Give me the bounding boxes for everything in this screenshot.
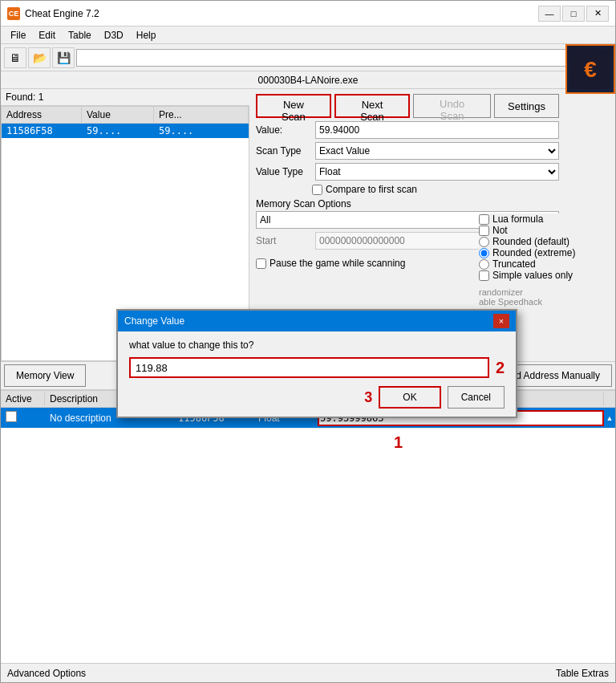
- truncated-radio[interactable]: [479, 259, 489, 270]
- close-button[interactable]: ✕: [586, 6, 609, 22]
- dialog-ok-button[interactable]: OK: [379, 386, 440, 409]
- result-row[interactable]: 11586F58 59.... 59....: [2, 124, 249, 138]
- scroll-arrow-icon: ▲: [606, 414, 614, 422]
- value-label: Value:: [256, 124, 312, 136]
- scan-type-row: Scan Type Exact Value: [256, 142, 559, 160]
- dialog-close-button[interactable]: ×: [493, 314, 509, 328]
- menu-edit[interactable]: Edit: [32, 28, 62, 43]
- pause-label: Pause the game while scanning: [270, 258, 405, 269]
- menu-table[interactable]: Table: [62, 28, 98, 43]
- dialog-buttons: 3 OK Cancel: [129, 386, 505, 409]
- menu-bar: File Edit Table D3D Help: [1, 26, 615, 44]
- window-title: Cheat Engine 7.2: [25, 8, 538, 19]
- cheat-active-cell: [1, 409, 45, 426]
- rounded-extreme-radio[interactable]: [479, 248, 489, 258]
- minimize-button[interactable]: —: [538, 6, 561, 22]
- new-scan-button[interactable]: New Scan: [256, 94, 331, 118]
- dialog-input-row: 2: [129, 357, 505, 378]
- rounded-default-label: Rounded (default): [492, 236, 569, 247]
- simple-values-checkbox[interactable]: [479, 270, 489, 281]
- col-previous: Pre...: [154, 107, 249, 123]
- address-input[interactable]: [76, 49, 612, 67]
- dialog-input[interactable]: [129, 357, 489, 378]
- rounded-extreme-row: Rounded (extreme): [479, 247, 611, 258]
- svg-text:€: €: [584, 57, 597, 82]
- menu-d3d[interactable]: D3D: [98, 28, 130, 43]
- speedhack-label: able Speedhack: [479, 297, 611, 307]
- process-name: 000030B4-LANoire.exe: [4, 75, 612, 86]
- compare-row: Compare to first scan: [312, 184, 559, 195]
- annotation-2: 2: [496, 359, 505, 380]
- simple-values-label: Simple values only: [492, 270, 573, 281]
- scroll-right: ▲: [604, 414, 615, 422]
- value-type-select[interactable]: Float: [315, 163, 559, 181]
- folder-icon: 📂: [33, 51, 47, 64]
- app-icon: CE: [7, 7, 20, 20]
- memory-scan-label: Memory Scan Options: [256, 198, 559, 209]
- result-address: 11586F58: [6, 125, 87, 136]
- rounded-default-radio[interactable]: [479, 237, 489, 247]
- ce-logo: €: [565, 44, 615, 94]
- compare-label: Compare to first scan: [326, 184, 417, 195]
- menu-help[interactable]: Help: [130, 28, 163, 43]
- window-controls: — □ ✕: [538, 6, 609, 22]
- start-addr-label: Start: [256, 235, 312, 246]
- menu-file[interactable]: File: [4, 28, 32, 43]
- memory-view-button[interactable]: Memory View: [4, 364, 86, 387]
- cheat-col-active: Active: [1, 392, 45, 405]
- result-value: 59....: [87, 125, 159, 136]
- maximize-icon: □: [571, 9, 577, 18]
- save-icon: 💾: [57, 51, 71, 64]
- close-icon: ✕: [594, 8, 602, 18]
- dialog-body: what value to change this to? 2 3 OK Can…: [118, 331, 516, 417]
- dialog-prompt: what value to change this to?: [129, 339, 505, 351]
- col-address: Address: [2, 107, 82, 123]
- dialog-title-bar: Change Value ×: [118, 311, 516, 331]
- result-previous: 59....: [159, 125, 244, 136]
- annotation-1: 1: [394, 433, 403, 452]
- undo-scan-button[interactable]: Undo Scan: [413, 94, 491, 118]
- not-row: Not: [479, 225, 611, 236]
- change-value-dialog: Change Value × what value to change this…: [116, 309, 517, 418]
- settings-button[interactable]: Settings: [494, 94, 559, 118]
- active-checkbox[interactable]: [6, 411, 17, 422]
- scan-type-select[interactable]: Exact Value: [315, 142, 559, 160]
- found-label: Found: 1: [1, 89, 249, 106]
- status-right[interactable]: Table Extras: [556, 668, 609, 679]
- monitor-button[interactable]: 🖥: [4, 47, 26, 68]
- maximize-button[interactable]: □: [562, 6, 585, 22]
- monitor-icon: 🖥: [10, 51, 21, 64]
- pause-checkbox[interactable]: [256, 258, 266, 269]
- rounded-default-row: Rounded (default): [479, 236, 611, 247]
- cheat-table-body: No description 11586F58 Float 59.9399986…: [1, 408, 615, 663]
- value-type-row: Value Type Float: [256, 163, 559, 181]
- status-left[interactable]: Advanced Options: [7, 668, 86, 679]
- simple-values-row: Simple values only: [479, 270, 611, 281]
- scan-buttons: New Scan Next Scan Undo Scan Settings: [256, 94, 559, 118]
- scan-type-label: Scan Type: [256, 145, 312, 157]
- next-scan-button[interactable]: Next Scan: [334, 94, 411, 118]
- rounded-extreme-label: Rounded (extreme): [492, 247, 575, 258]
- compare-checkbox[interactable]: [312, 185, 322, 195]
- randomizer-label: randomizer: [479, 287, 611, 297]
- value-row: Value:: [256, 121, 559, 139]
- lua-formula-checkbox[interactable]: [479, 214, 489, 225]
- dialog-cancel-button[interactable]: Cancel: [448, 386, 505, 409]
- folder-button[interactable]: 📂: [28, 47, 51, 68]
- not-label: Not: [492, 225, 508, 236]
- status-bar: Advanced Options Table Extras: [1, 663, 615, 682]
- col-value: Value: [82, 107, 154, 123]
- value-type-label: Value Type: [256, 166, 312, 177]
- save-button[interactable]: 💾: [52, 47, 75, 68]
- value-input[interactable]: [315, 121, 559, 139]
- scroll-spacer: [604, 392, 615, 405]
- lua-formula-row: Lua formula: [479, 213, 611, 225]
- title-bar: CE Cheat Engine 7.2 — □ ✕: [1, 1, 615, 26]
- minimize-icon: —: [545, 9, 554, 18]
- lua-formula-label: Lua formula: [492, 213, 543, 225]
- toolbar: 🖥 📂 💾 €: [1, 44, 615, 71]
- table-header: Address Value Pre...: [2, 107, 249, 124]
- scan-options-right: Lua formula Not Rounded (default) Rounde…: [479, 213, 611, 307]
- not-checkbox[interactable]: [479, 226, 489, 236]
- process-bar: 000030B4-LANoire.exe: [1, 71, 615, 89]
